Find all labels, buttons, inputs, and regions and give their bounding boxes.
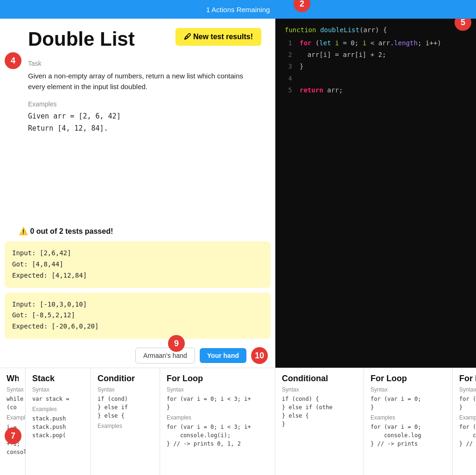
bottom-card-row-left: While Syntax while (co Examples i = 0;++…	[0, 368, 275, 475]
right-card-forloop1-title: For Loop	[371, 374, 446, 384]
card-while: While Syntax while (co Examples i = 0;++…	[0, 368, 26, 475]
main-layout: 4 Double List 🖊 New test results! Task G…	[0, 19, 476, 475]
code-line-3: 3 }	[285, 61, 467, 72]
right-panel: 5 function doubleList(arr) { 1 for (let …	[275, 19, 476, 475]
right-card-conditional: Conditional Syntax if (cond) {} else if …	[275, 368, 364, 475]
right-card-row: Conditional Syntax if (cond) {} else if …	[275, 368, 476, 475]
card-stack: Stack Syntax var stack = Examples stack.…	[26, 368, 91, 475]
test1-got: Got: [4,8,44]	[12, 259, 263, 270]
test2-got: Got: [-8,5,2,12]	[12, 310, 263, 321]
right-card-forloop2-title: For Loop	[459, 374, 476, 384]
card-stack-title: Stack	[32, 374, 84, 384]
card-forloop-title: For Loop	[167, 374, 268, 384]
page-title: Double List	[28, 28, 135, 50]
examples-label: Examples	[28, 100, 261, 108]
badge-10: 10	[251, 347, 268, 364]
right-card-forloop1: For Loop Syntax for (var i = 0;} Example…	[364, 368, 453, 475]
test1-expected: Expected: [4,12,84]	[12, 270, 263, 281]
card-condition-title: Conditior	[98, 374, 153, 384]
your-hand-button[interactable]: Your hand	[200, 348, 246, 363]
examples-text: Given arr = [2, 6, 42] Return [4, 12, 84…	[28, 111, 261, 134]
badge-2: 2	[294, 0, 310, 12]
bottom-actions: 9 Armaan's hand Your hand 10	[0, 343, 275, 368]
test1-input: Input: [2,6,42]	[12, 248, 263, 259]
card-forloop: For Loop Syntax for (var i = 0; i < 3; i…	[160, 368, 275, 475]
title-row: Double List 🖊 New test results!	[28, 28, 261, 50]
new-test-button[interactable]: 🖊 New test results!	[175, 28, 261, 46]
example-line-1: Given arr = [2, 6, 42]	[28, 111, 261, 123]
left-content: Double List 🖊 New test results! Task Giv…	[0, 19, 275, 227]
example-line-2: Return [4, 12, 84].	[28, 123, 261, 135]
task-label: Task	[28, 60, 261, 67]
code-line-4: 4	[285, 73, 467, 84]
right-card-forloop2: For Loop Syntax for (var} Examples for (…	[453, 368, 476, 475]
actions-remaining: 1 Actions Remaining	[206, 6, 270, 14]
test2-expected: Expected: [-20,6,0,20]	[12, 321, 263, 332]
badge-9: 9	[168, 335, 185, 352]
test-card-2: Input: [-10,3,0,10] Got: [-8,5,2,12] Exp…	[5, 293, 271, 339]
badge-7: 7	[5, 427, 21, 444]
code-line-1: 1 for (let i = 0; i < arr.length; i++)	[285, 37, 467, 49]
code-body: 1 for (let i = 0; i < arr.length; i++) 2…	[275, 37, 476, 368]
code-line-5: 5 return arr;	[285, 84, 467, 96]
top-bar: 1 Actions Remaining 2	[0, 0, 476, 19]
armaans-hand-button[interactable]: Armaan's hand	[135, 348, 195, 363]
card-while-title: While	[7, 374, 19, 384]
code-line-2: 2 arr[i] = arr[i] + 2;	[285, 49, 467, 61]
test-card-1: Input: [2,6,42] Got: [4,8,44] Expected: …	[5, 241, 271, 287]
card-condition: Conditior Syntax if (cond)} else if} els…	[91, 368, 160, 475]
code-header: function doubleList(arr) {	[275, 19, 476, 37]
test2-input: Input: [-10,3,0,10]	[12, 299, 263, 310]
left-panel: 4 Double List 🖊 New test results! Task G…	[0, 19, 275, 475]
task-description: Given a non-empty array of numbers, retu…	[28, 71, 261, 92]
badge-4: 4	[5, 52, 21, 69]
right-card-conditional-title: Conditional	[282, 374, 357, 384]
test-status: ⚠️ 0 out of 2 tests passed!	[19, 227, 271, 236]
